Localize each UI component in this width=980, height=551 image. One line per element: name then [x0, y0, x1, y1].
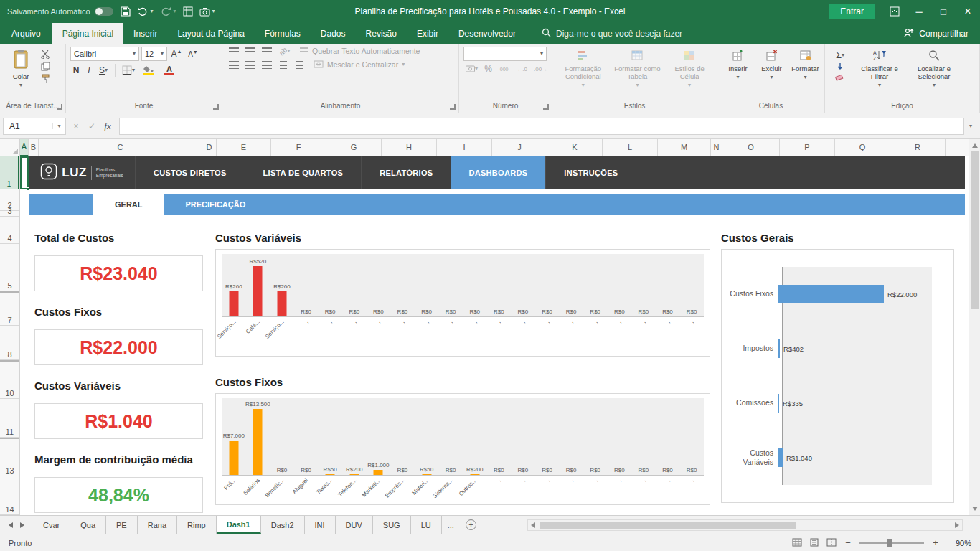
redo-dropdown-icon[interactable]: ▾	[174, 9, 176, 14]
normal-view-icon[interactable]	[792, 538, 802, 548]
nav-instrucoes[interactable]: INSTRUÇÕES	[545, 156, 636, 189]
kpi-card-total-de-custos[interactable]: R$23.040	[34, 255, 203, 291]
column-header-i[interactable]: I	[437, 139, 492, 156]
fill-icon[interactable]	[829, 62, 851, 71]
cell-styles-button[interactable]: Estilos de Célula ▾	[665, 47, 714, 100]
increase-font-icon[interactable]: A▲	[169, 49, 184, 59]
insert-cells-button[interactable]: Inserir ▾	[722, 47, 754, 100]
format-painter-icon[interactable]	[40, 74, 50, 83]
column-header-k[interactable]: K	[547, 139, 603, 156]
scroll-up-icon[interactable]	[972, 143, 978, 148]
find-select-button[interactable]: Localizar e Selecionar ▾	[908, 47, 960, 100]
scroll-left-icon[interactable]	[531, 522, 535, 528]
row-header-11[interactable]: 11	[0, 399, 19, 438]
row-header-8[interactable]: 8	[0, 326, 19, 360]
clear-icon[interactable]	[829, 73, 851, 82]
close-button[interactable]: ×	[956, 0, 980, 23]
column-header-q[interactable]: Q	[835, 139, 890, 156]
column-header-l[interactable]: L	[603, 139, 658, 156]
sort-filter-button[interactable]: AZ Classificar e Filtrar ▾	[854, 47, 905, 100]
row-header-1[interactable]: 1	[0, 156, 19, 189]
chart-custos-fixos[interactable]: R$7.000R$13.500R$0R$0R$50R$200R$1.000R$0…	[215, 393, 710, 505]
comma-style-icon[interactable]: 000	[496, 67, 512, 72]
conditional-formatting-button[interactable]: Formatação Condicional ▾	[557, 47, 610, 100]
sheet-tab-sug[interactable]: SUG	[373, 516, 411, 534]
copy-icon[interactable]	[40, 62, 50, 71]
sheet-tab-qua[interactable]: Qua	[70, 516, 106, 534]
ribbon-tab-exibir[interactable]: Exibir	[407, 23, 448, 44]
align-bottom-icon[interactable]	[260, 47, 274, 55]
decrease-font-icon[interactable]: A▼	[186, 50, 200, 58]
ribbon-tab-arquivo[interactable]: Arquivo	[0, 23, 52, 44]
sheet-tab-dash1[interactable]: Dash1	[217, 516, 261, 534]
vertical-scrollbar[interactable]	[969, 139, 980, 515]
align-center-icon[interactable]	[243, 61, 258, 69]
zoom-level[interactable]: 90%	[947, 539, 971, 547]
column-header-g[interactable]: G	[326, 139, 382, 156]
underline-button[interactable]: S▾	[96, 65, 110, 75]
autosave-toggle[interactable]: Salvamento Automático	[7, 7, 113, 16]
sheet-tab-rimp[interactable]: Rimp	[177, 516, 217, 534]
sheet-tab-ini[interactable]: INI	[305, 516, 336, 534]
name-box[interactable]: A1 ▾	[3, 118, 66, 135]
font-family-select[interactable]: Calibri▾	[70, 47, 139, 61]
dialog-launcher-icon[interactable]	[213, 104, 219, 110]
column-header-m[interactable]: M	[658, 139, 711, 156]
kpi-card-custos-variaveis[interactable]: R$1.040	[34, 403, 203, 439]
minimize-button[interactable]: ─	[907, 0, 931, 23]
column-header-b[interactable]: B	[29, 139, 39, 156]
align-top-icon[interactable]	[227, 47, 241, 55]
qat-customize-icon[interactable]: ▾	[212, 9, 215, 14]
sheet-prev-icon[interactable]	[9, 522, 13, 528]
paste-dropdown-icon[interactable]: ▾	[19, 83, 22, 88]
column-header-p[interactable]: P	[780, 139, 835, 156]
merge-center-button[interactable]: Mesclar e Centralizar ▾	[314, 58, 405, 71]
select-all-corner[interactable]	[0, 139, 20, 156]
align-left-icon[interactable]	[227, 61, 241, 69]
subtab-precificacao[interactable]: PRECIFICAÇÃO	[164, 194, 268, 215]
row-header-10[interactable]: 10	[0, 360, 19, 399]
horizontal-scroll-thumb[interactable]	[540, 522, 796, 529]
ribbon-tab-inserir[interactable]: Inserir	[123, 23, 167, 44]
column-header-a[interactable]: A	[20, 139, 29, 156]
ribbon-display-options-icon[interactable]	[882, 0, 907, 23]
sheet-tab-cvar[interactable]: Cvar	[33, 516, 70, 534]
autosum-icon[interactable]: Σ▾	[829, 50, 851, 60]
page-layout-view-icon[interactable]	[809, 538, 819, 548]
row-header-13[interactable]: 13	[0, 438, 19, 476]
column-header-o[interactable]: O	[722, 139, 780, 156]
orientation-icon[interactable]: ab▾	[276, 47, 293, 55]
nav-custos-diretos[interactable]: CUSTOS DIRETOS	[135, 156, 245, 189]
format-as-table-button[interactable]: Formatar como Tabela ▾	[611, 47, 664, 100]
sheet-tab-lu[interactable]: LU	[411, 516, 442, 534]
zoom-in-icon[interactable]: +	[931, 537, 940, 548]
zoom-slider[interactable]	[859, 542, 924, 544]
scroll-right-icon[interactable]	[955, 522, 959, 528]
column-header-r[interactable]: R	[890, 139, 946, 156]
zoom-slider-thumb[interactable]	[887, 539, 892, 547]
row-header-4[interactable]: 4	[0, 217, 19, 244]
selected-cell-a1[interactable]	[20, 156, 29, 189]
nav-relatorios[interactable]: RELATÓRIOS	[361, 156, 451, 189]
scroll-down-icon[interactable]	[972, 507, 978, 511]
font-size-select[interactable]: 12▾	[141, 47, 167, 61]
nav-lista-de-quartos[interactable]: LISTA DE QUARTOS	[245, 156, 362, 189]
font-color-icon[interactable]: A	[160, 66, 179, 75]
delete-cells-button[interactable]: Excluir ▾	[755, 47, 788, 100]
cut-icon[interactable]	[40, 50, 50, 59]
paste-button[interactable]: Colar ▾	[4, 47, 37, 88]
align-right-icon[interactable]	[260, 61, 274, 69]
row-header-14[interactable]: 14	[0, 476, 19, 515]
insert-function-icon[interactable]: fx	[100, 121, 115, 132]
save-icon[interactable]	[121, 6, 131, 17]
ribbon-tab-dados[interactable]: Dados	[311, 23, 356, 44]
row-header-7[interactable]: 7	[0, 291, 19, 326]
percent-style-icon[interactable]: %	[482, 64, 494, 74]
ribbon-tab-desenvolvedor[interactable]: Desenvolvedor	[448, 23, 526, 44]
sign-in-button[interactable]: Entrar	[829, 4, 875, 19]
dialog-launcher-icon[interactable]	[543, 104, 549, 110]
column-header-h[interactable]: H	[382, 139, 437, 156]
chart-custos-variaveis[interactable]: R$260R$520R$260R$0R$0R$0R$0R$0R$0R$0R$0R…	[215, 249, 710, 357]
undo-icon[interactable]	[137, 6, 149, 17]
increase-decimal-icon[interactable]: ←.0	[514, 66, 530, 72]
